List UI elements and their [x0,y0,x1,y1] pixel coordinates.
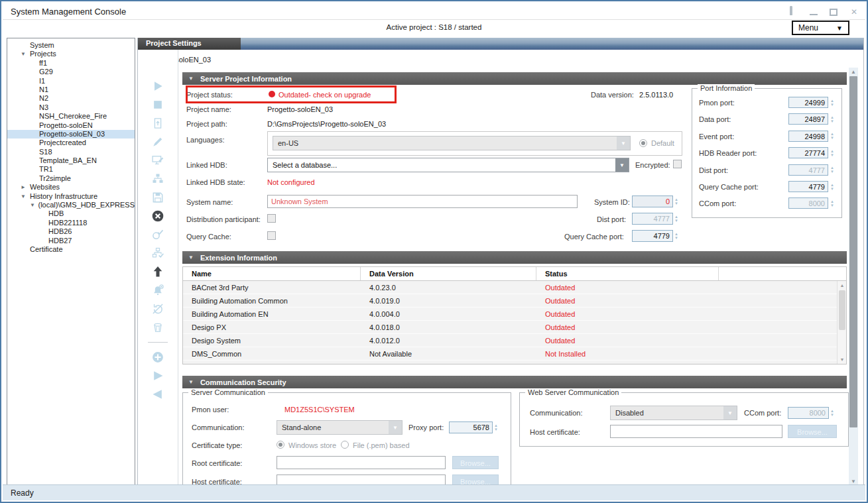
scroll-down-icon[interactable]: ▼ [837,357,847,362]
linked-hdb-dropdown[interactable]: Select a database... ▼ [267,158,629,172]
proxy-port-field[interactable]: 5678 [449,421,493,433]
history-off-icon[interactable] [151,302,164,315]
table-row[interactable]: Building Automation Common 4.0.019.0 Out… [183,294,837,307]
close-button[interactable]: ✕ [849,8,859,16]
alarms-off-icon[interactable] [151,284,164,297]
spinner-icon[interactable]: ▲▼ [830,181,836,192]
table-row[interactable]: Desigo System 4.0.012.0 Outdated [183,334,837,347]
spinner-icon[interactable]: ▲▼ [494,421,500,433]
tree-item-certificate[interactable]: Certificate [7,245,135,254]
dist-port-field[interactable]: 4777 [632,213,673,225]
tree-item-progetto-soloen[interactable]: Progetto-soloEN [7,121,135,130]
spinner-icon[interactable]: ▲▼ [830,197,836,209]
add-icon[interactable] [151,351,164,364]
query-cache-checkbox[interactable] [267,231,276,240]
port-field[interactable]: 27774 [788,147,828,158]
tree-item-n3[interactable]: N3 [7,103,135,112]
windows-store-radio[interactable] [277,441,284,449]
tree-item-n2[interactable]: N2 [7,94,135,103]
column-header-data-version[interactable]: Data Version [361,267,536,280]
tree-item-history-infrastructure[interactable]: ▼ History Infrastructure [7,192,135,201]
start-project-icon[interactable] [151,80,164,93]
tree-item--local-gms-hdb-express[interactable]: ▼ (local)\GMS_HDB_EXPRESS [7,201,135,209]
tree-item-ff1[interactable]: ff1 [7,59,135,68]
tree-item-s18[interactable]: S18 [7,148,135,156]
tree-item-system[interactable]: System [7,41,135,50]
table-row[interactable]: BACnet 3rd Party 4.0.23.0 Outdated [183,281,837,294]
tree-item-i1[interactable]: I1 [7,77,135,85]
menu-button[interactable]: Menu ▼ [792,21,849,35]
section-server-project-information[interactable]: ▼ Server Project Information [182,72,847,85]
tree-expander-icon[interactable]: ► [21,183,30,192]
column-header-status[interactable]: Status [536,267,719,280]
tree-expander-icon[interactable]: ▼ [21,192,30,201]
table-scrollbar[interactable]: ▲ ▼ [837,281,846,364]
port-field[interactable]: 24897 [788,113,828,125]
encrypted-checkbox[interactable] [673,160,682,168]
spinner-icon[interactable]: ▲▼ [674,213,680,225]
port-field[interactable]: 4777 [788,164,828,176]
spinner-icon[interactable]: ▲▼ [830,164,836,176]
spinner-icon[interactable]: ▲▼ [830,407,836,419]
scrollbar-thumb[interactable] [839,290,845,330]
scroll-up-icon[interactable]: ▲ [849,69,858,75]
table-row[interactable]: DMS_Common Not Available Not Installed [183,347,837,361]
column-header-name[interactable]: Name [183,267,361,280]
web-host-certificate-browse-button[interactable]: Browse... [788,425,837,438]
cleanup-icon[interactable] [151,321,164,334]
scrollbar-thumb[interactable] [849,76,857,427]
minimize-button[interactable] [810,9,818,15]
tree-item-tr2simple[interactable]: Tr2simple [7,174,135,183]
tree-expander-icon[interactable]: ▼ [21,50,30,58]
tree-expander-icon[interactable]: ▼ [30,201,38,209]
default-radio[interactable] [639,139,647,147]
root-certificate-browse-button[interactable]: Browse... [452,456,499,469]
tree-item-nsh-cherokee-fire[interactable]: NSH_Cherokee_Fire [7,112,135,121]
communication-dropdown[interactable]: Stand-alone ▼ [277,420,403,435]
scroll-down-icon[interactable]: ▼ [849,478,858,484]
main-scrollbar[interactable]: ▲ ▼ [849,68,858,486]
tree-item-n1[interactable]: N1 [7,85,135,94]
port-field[interactable]: 8000 [788,197,828,209]
web-communication-dropdown[interactable]: Disabled ▼ [610,406,737,420]
root-certificate-input[interactable] [277,456,446,469]
scroll-up-icon[interactable]: ▲ [837,283,847,288]
validate-icon[interactable] [151,228,164,241]
previous-icon[interactable] [151,388,164,401]
tree-item-progetto-soloen-03[interactable]: Progetto-soloEN_03 [7,130,135,139]
edit-display-icon[interactable] [151,154,164,167]
spinner-icon[interactable]: ▲▼ [830,113,836,125]
next-icon[interactable] [151,369,164,382]
spinner-icon[interactable]: ▲▼ [674,196,680,207]
upgrade-project-icon[interactable] [151,265,164,278]
stop-project-icon[interactable] [151,98,164,111]
spinner-icon[interactable]: ▲▼ [830,131,836,142]
system-name-input[interactable] [267,195,578,208]
tree-item-tr1[interactable]: TR1 [7,165,135,174]
cancel-icon[interactable] [151,209,164,223]
tree-item-hdb[interactable]: HDB [7,209,135,218]
section-communication-security[interactable]: ▼ Communication Security [182,376,847,388]
tree-item-projectcreated[interactable]: Projectcreated [7,139,135,147]
system-check-icon[interactable] [151,247,164,260]
port-field[interactable]: 24999 [788,97,828,108]
spinner-icon[interactable]: ▲▼ [830,147,836,158]
tree-item-hdb27[interactable]: HDB27 [7,237,135,245]
table-row[interactable]: Building Automation EN 4.0.004.0 Outdate… [183,307,837,321]
tree-item-projects[interactable]: ▼ Projects [7,50,135,58]
tab-project-settings[interactable]: Project Settings [138,38,241,50]
port-field[interactable]: 4779 [788,181,828,192]
tree-item-g29[interactable]: G29 [7,68,135,76]
save-icon[interactable] [151,191,164,204]
ccom-port-field[interactable]: 8000 [788,407,829,419]
spinner-icon[interactable]: ▲▼ [830,97,836,108]
pem-file-radio[interactable] [341,441,349,449]
table-row[interactable]: Desigo PX 4.0.018.0 Outdated [183,321,837,334]
tree-item-hdb26[interactable]: HDB26 [7,227,135,236]
maximize-button[interactable] [830,9,837,16]
distribution-participant-checkbox[interactable] [267,214,276,223]
section-extension-information[interactable]: ▼ Extension Information [182,251,847,264]
spinner-icon[interactable]: ▲▼ [674,230,680,242]
web-host-certificate-input[interactable] [610,425,782,438]
tree-item-websites[interactable]: ► Websites [7,183,135,192]
